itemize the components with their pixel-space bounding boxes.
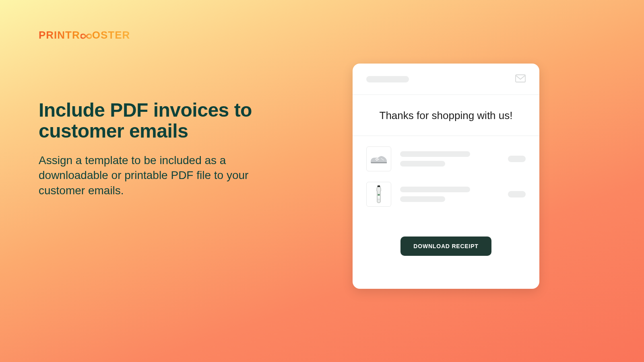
item-text-placeholder: [400, 187, 499, 202]
headline: Include PDF invoices to customer emails: [39, 100, 296, 142]
infinity-icon: [80, 33, 92, 40]
hero-text: Include PDF invoices to customer emails …: [39, 100, 296, 198]
download-receipt-button[interactable]: DOWNLOAD RECEIPT: [400, 237, 491, 256]
line-item: [366, 146, 526, 171]
price-placeholder: [508, 156, 526, 162]
email-header: [353, 64, 539, 95]
subject-placeholder: [366, 76, 409, 82]
brand-part-2: OSTER: [92, 29, 130, 41]
line-item: [366, 182, 526, 207]
line-items: [353, 136, 539, 221]
item-text-placeholder: [400, 151, 499, 167]
bottle-icon: [366, 182, 391, 207]
subtext: Assign a template to be included as a do…: [39, 153, 296, 198]
brand-part-1: PRINTR: [39, 29, 80, 41]
brand-logo: PRINTR OSTER: [39, 29, 130, 41]
svg-rect-0: [516, 75, 525, 82]
email-preview-card: Thanks for shopping with us!: [353, 64, 539, 289]
svg-rect-3: [378, 194, 380, 195]
price-placeholder: [508, 191, 526, 197]
svg-rect-1: [378, 185, 380, 187]
thanks-message: Thanks for shopping with us!: [353, 95, 539, 136]
sneaker-icon: [366, 146, 391, 171]
mail-icon: [515, 74, 526, 84]
